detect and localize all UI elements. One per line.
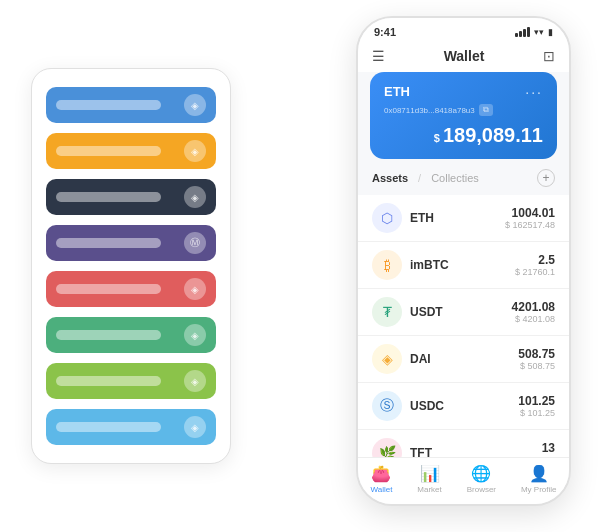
- eth-card-top: ETH ···: [384, 84, 543, 100]
- asset-amount-imbtc: 2.5: [515, 253, 555, 267]
- tab-assets[interactable]: Assets: [372, 172, 408, 184]
- asset-amount-usdt: 4201.08: [512, 300, 555, 314]
- asset-icon-dai: ◈: [372, 344, 402, 374]
- asset-amount-dai: 508.75: [518, 347, 555, 361]
- left-card-1[interactable]: ◈: [46, 133, 216, 169]
- asset-values-usdt: 4201.08$ 4201.08: [512, 300, 555, 324]
- nav-label-market: Market: [417, 485, 441, 494]
- nav-item-wallet[interactable]: 👛Wallet: [370, 464, 392, 494]
- scene: ◈◈◈Ⓜ◈◈◈◈ 9:41 ▾▾ ▮ ☰ Wallet ⊡: [21, 16, 581, 516]
- asset-usd-imbtc: $ 21760.1: [515, 267, 555, 277]
- nav-icon-market: 📊: [420, 464, 440, 483]
- asset-item[interactable]: ₮USDT4201.08$ 4201.08: [358, 289, 569, 336]
- asset-name-tft: TFT: [410, 446, 542, 457]
- nav-icon-my-profile: 👤: [529, 464, 549, 483]
- signal-icon: [515, 27, 530, 37]
- left-card-bar: [56, 146, 161, 156]
- left-card-icon: ◈: [184, 370, 206, 392]
- left-card-5[interactable]: ◈: [46, 317, 216, 353]
- left-card-bar: [56, 376, 161, 386]
- asset-name-dai: DAI: [410, 352, 518, 366]
- nav-item-my-profile[interactable]: 👤My Profile: [521, 464, 557, 494]
- asset-usd-eth: $ 162517.48: [505, 220, 555, 230]
- asset-icon-imbtc: ₿: [372, 250, 402, 280]
- asset-usd-usdt: $ 4201.08: [512, 314, 555, 324]
- status-time: 9:41: [374, 26, 396, 38]
- eth-card[interactable]: ETH ··· 0x08711d3b...8418a78u3 ⧉ $189,08…: [370, 72, 557, 159]
- asset-values-tft: 130: [542, 441, 555, 457]
- asset-values-eth: 1004.01$ 162517.48: [505, 206, 555, 230]
- battery-icon: ▮: [548, 27, 553, 37]
- left-card-4[interactable]: ◈: [46, 271, 216, 307]
- asset-values-imbtc: 2.5$ 21760.1: [515, 253, 555, 277]
- status-icons: ▾▾ ▮: [515, 27, 553, 37]
- wifi-icon: ▾▾: [534, 27, 544, 37]
- asset-icon-usdc: Ⓢ: [372, 391, 402, 421]
- left-card-6[interactable]: ◈: [46, 363, 216, 399]
- asset-item[interactable]: 🌿TFT130: [358, 430, 569, 457]
- phone-mockup: 9:41 ▾▾ ▮ ☰ Wallet ⊡ ETH ···: [356, 16, 571, 506]
- asset-name-imbtc: imBTC: [410, 258, 515, 272]
- asset-amount-eth: 1004.01: [505, 206, 555, 220]
- left-card-2[interactable]: ◈: [46, 179, 216, 215]
- left-card-icon: ◈: [184, 140, 206, 162]
- asset-item[interactable]: ₿imBTC2.5$ 21760.1: [358, 242, 569, 289]
- asset-usd-dai: $ 508.75: [518, 361, 555, 371]
- left-card-3[interactable]: Ⓜ: [46, 225, 216, 261]
- asset-icon-eth: ⬡: [372, 203, 402, 233]
- left-panel: ◈◈◈Ⓜ◈◈◈◈: [31, 68, 231, 464]
- phone-header: ☰ Wallet ⊡: [358, 42, 569, 72]
- nav-label-wallet: Wallet: [370, 485, 392, 494]
- asset-list: ⬡ETH1004.01$ 162517.48₿imBTC2.5$ 21760.1…: [358, 195, 569, 457]
- asset-usd-usdc: $ 101.25: [518, 408, 555, 418]
- nav-label-browser: Browser: [467, 485, 496, 494]
- left-card-bar: [56, 330, 161, 340]
- nav-label-my-profile: My Profile: [521, 485, 557, 494]
- left-card-icon: ◈: [184, 416, 206, 438]
- left-card-7[interactable]: ◈: [46, 409, 216, 445]
- asset-item[interactable]: ⬡ETH1004.01$ 162517.48: [358, 195, 569, 242]
- left-card-0[interactable]: ◈: [46, 87, 216, 123]
- tab-separator: /: [418, 172, 421, 184]
- asset-name-usdc: USDC: [410, 399, 518, 413]
- nav-item-browser[interactable]: 🌐Browser: [467, 464, 496, 494]
- left-card-bar: [56, 238, 161, 248]
- eth-card-label: ETH: [384, 84, 410, 99]
- asset-item[interactable]: ◈DAI508.75$ 508.75: [358, 336, 569, 383]
- asset-icon-tft: 🌿: [372, 438, 402, 457]
- left-card-icon: Ⓜ: [184, 232, 206, 254]
- asset-amount-usdc: 101.25: [518, 394, 555, 408]
- left-card-bar: [56, 422, 161, 432]
- nav-item-market[interactable]: 📊Market: [417, 464, 441, 494]
- asset-values-dai: 508.75$ 508.75: [518, 347, 555, 371]
- bottom-nav: 👛Wallet📊Market🌐Browser👤My Profile: [358, 457, 569, 504]
- asset-name-usdt: USDT: [410, 305, 512, 319]
- nav-icon-wallet: 👛: [371, 464, 391, 483]
- currency-symbol: $: [434, 132, 440, 144]
- left-card-icon: ◈: [184, 324, 206, 346]
- eth-card-menu[interactable]: ···: [525, 84, 543, 100]
- asset-icon-usdt: ₮: [372, 297, 402, 327]
- status-bar: 9:41 ▾▾ ▮: [358, 18, 569, 42]
- left-card-bar: [56, 284, 161, 294]
- scan-icon[interactable]: ⊡: [543, 48, 555, 64]
- eth-card-address: 0x08711d3b...8418a78u3 ⧉: [384, 104, 543, 116]
- nav-icon-browser: 🌐: [471, 464, 491, 483]
- asset-values-usdc: 101.25$ 101.25: [518, 394, 555, 418]
- asset-amount-tft: 13: [542, 441, 555, 455]
- asset-name-eth: ETH: [410, 211, 505, 225]
- left-card-icon: ◈: [184, 278, 206, 300]
- copy-address-icon[interactable]: ⧉: [479, 104, 493, 116]
- tab-collecties[interactable]: Collecties: [431, 172, 479, 184]
- eth-card-amount: $189,089.11: [384, 124, 543, 147]
- menu-icon[interactable]: ☰: [372, 48, 385, 64]
- left-card-bar: [56, 100, 161, 110]
- left-card-bar: [56, 192, 161, 202]
- add-asset-button[interactable]: +: [537, 169, 555, 187]
- header-title: Wallet: [444, 48, 485, 64]
- left-card-icon: ◈: [184, 94, 206, 116]
- left-card-icon: ◈: [184, 186, 206, 208]
- assets-header: Assets / Collecties +: [358, 169, 569, 195]
- asset-item[interactable]: ⓈUSDC101.25$ 101.25: [358, 383, 569, 430]
- assets-tabs: Assets / Collecties: [372, 172, 479, 184]
